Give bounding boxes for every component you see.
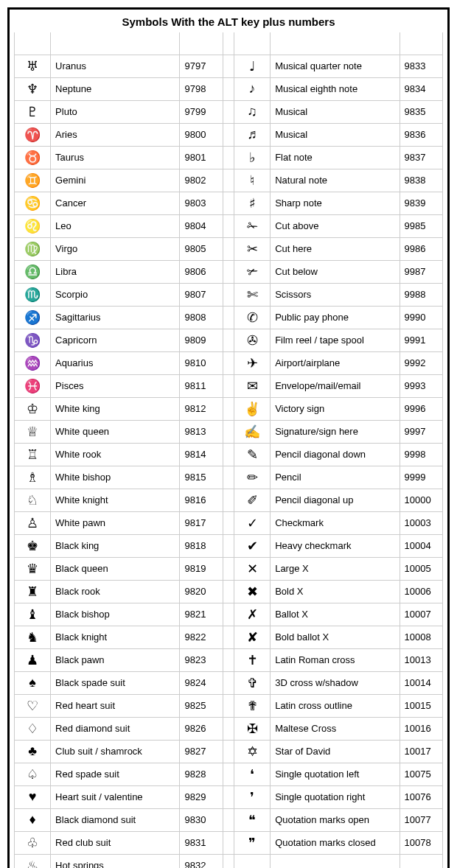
symbol-code: 9819: [180, 557, 223, 580]
symbol-code: 9829: [180, 785, 223, 808]
symbol-name: Black rook: [51, 580, 180, 603]
symbol-glyph: ♌: [15, 214, 51, 237]
symbol-code: 9801: [180, 146, 223, 169]
symbol-name: Musical quarter note: [271, 55, 400, 77]
column-gap: [223, 740, 234, 763]
table-row: ♊Gemini9802♮Natural note9838: [15, 169, 443, 192]
symbol-name: Aries: [51, 123, 180, 146]
symbol-name: Club suit / shamrock: [51, 740, 180, 763]
symbol-name: Capricorn: [51, 329, 180, 351]
symbol-name: Large X: [271, 557, 400, 580]
symbol-glyph: ♝: [15, 603, 51, 626]
symbol-glyph: ✄: [234, 283, 271, 306]
symbol-code: 9800: [180, 123, 223, 146]
column-gap: [223, 237, 234, 260]
symbol-name: Taurus: [51, 146, 180, 169]
symbol-code: 9811: [180, 374, 223, 397]
symbol-glyph: ♠: [15, 671, 51, 694]
column-gap: [223, 511, 234, 534]
symbol-name: Red heart suit: [51, 694, 180, 717]
symbol-glyph: ♓: [15, 374, 51, 397]
symbol-code: 9805: [180, 237, 223, 260]
symbol-glyph: ♮: [234, 169, 271, 192]
symbol-code: 9986: [400, 237, 443, 260]
symbol-glyph: ✘: [234, 626, 271, 648]
symbol-name: Cut here: [271, 237, 400, 260]
symbol-code: 9827: [180, 740, 223, 763]
symbol-code: 10006: [400, 580, 443, 603]
symbol-glyph: ✐: [234, 489, 271, 511]
symbol-name: White bishop: [51, 466, 180, 489]
symbol-glyph: ♔: [15, 397, 51, 420]
symbol-name: Uranus: [51, 55, 180, 77]
symbol-code: 9836: [400, 123, 443, 146]
column-gap: [223, 192, 234, 214]
symbol-code: 9808: [180, 306, 223, 329]
table-row: ♟Black pawn9823✝Latin Roman cross10013: [15, 648, 443, 671]
column-gap: [223, 329, 234, 351]
table-row: ♕White queen9813✍Signature/sign here9997: [15, 420, 443, 443]
table-row: ♢Red diamond suit9826✠Maltese Cross10016: [15, 717, 443, 740]
symbol-glyph: ✇: [234, 329, 271, 351]
table-row: ♆Neptune9798♪Musical eighth note9834: [15, 77, 443, 100]
symbol-glyph: ♟: [15, 648, 51, 671]
symbol-code: 9985: [400, 214, 443, 237]
symbol-name: Libra: [51, 260, 180, 283]
symbol-code: 10076: [400, 785, 443, 808]
symbol-code: 9830: [180, 808, 223, 831]
symbol-name: White queen: [51, 420, 180, 443]
symbol-glyph: ✡: [234, 740, 271, 763]
symbol-glyph: [234, 854, 271, 868]
symbol-glyph: ❝: [234, 808, 271, 831]
symbol-name: Cut above: [271, 214, 400, 237]
symbol-glyph: ♗: [15, 466, 51, 489]
symbol-glyph: ♢: [15, 717, 51, 740]
symbol-code: 9834: [400, 77, 443, 100]
column-gap: [223, 785, 234, 808]
table-row: ♉Taurus9801♭Flat note9837: [15, 146, 443, 169]
symbol-name: Black diamond suit: [51, 808, 180, 831]
symbol-code: 9996: [400, 397, 443, 420]
symbol-glyph: ♡: [15, 694, 51, 717]
column-gap: [223, 420, 234, 443]
symbol-name: Quotation marks open: [271, 808, 400, 831]
column-gap: [223, 260, 234, 283]
symbol-name: Sagittarius: [51, 306, 180, 329]
symbol-glyph: ♆: [15, 77, 51, 100]
symbol-code: 10005: [400, 557, 443, 580]
symbol-code: 9826: [180, 717, 223, 740]
symbol-name: Airport/airplane: [271, 351, 400, 374]
symbol-glyph: ✎: [234, 443, 271, 466]
symbol-name: Aquarius: [51, 351, 180, 374]
symbol-glyph: ♏: [15, 283, 51, 306]
symbol-code: 9803: [180, 192, 223, 214]
symbol-name: Gemini: [51, 169, 180, 192]
column-gap: [223, 534, 234, 557]
table-row: ♍Virgo9805✂Cut here9986: [15, 237, 443, 260]
symbol-name: Hot springs: [51, 854, 180, 868]
table-row: ♈Aries9800♬Musical9836: [15, 123, 443, 146]
symbol-name: Black spade suit: [51, 671, 180, 694]
symbol-glyph: ♉: [15, 146, 51, 169]
symbol-glyph: ❜: [234, 785, 271, 808]
table-row: ♒Aquarius9810✈Airport/airplane9992: [15, 351, 443, 374]
table-row: ♞Black knight9822✘Bold ballot X10008: [15, 626, 443, 648]
symbol-name: Bold X: [271, 580, 400, 603]
symbol-name: Quotation marks closed: [271, 831, 400, 854]
symbol-code: 9816: [180, 489, 223, 511]
symbol-glyph: ✍: [234, 420, 271, 443]
symbol-name: Cut below: [271, 260, 400, 283]
symbol-name: Maltese Cross: [271, 717, 400, 740]
column-gap: [223, 146, 234, 169]
symbol-name: White knight: [51, 489, 180, 511]
symbol-name: Pencil diagonal up: [271, 489, 400, 511]
symbol-glyph: ✆: [234, 306, 271, 329]
symbol-code: 9798: [180, 77, 223, 100]
symbol-glyph: ♎: [15, 260, 51, 283]
column-gap: [223, 580, 234, 603]
table-row: ♚Black king9818✔Heavy checkmark10004: [15, 534, 443, 557]
symbol-code: 9831: [180, 831, 223, 854]
symbol-code: 9812: [180, 397, 223, 420]
symbol-code: 9820: [180, 580, 223, 603]
symbol-code: 10013: [400, 648, 443, 671]
